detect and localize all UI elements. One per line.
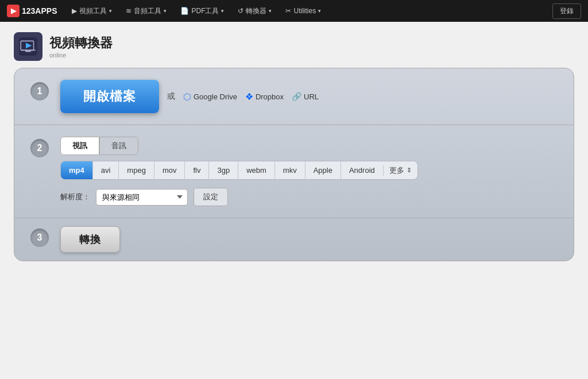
page-header: 視頻轉換器 online <box>0 22 588 68</box>
dropbox-icon: ❖ <box>245 91 253 102</box>
logo-icon: ▶ <box>7 5 20 17</box>
chevron-down-icon: ▾ <box>318 8 321 14</box>
format-flv[interactable]: flv <box>185 161 209 179</box>
chevron-down-icon: ▾ <box>269 8 272 14</box>
pdf-icon: 📄 <box>180 7 189 15</box>
main-content: 1 開啟檔案 或 ⬡ Google Drive ❖ Dropbox <box>0 68 588 275</box>
video-icon: ▶ <box>72 7 77 15</box>
app-icon <box>14 32 42 61</box>
format-avi[interactable]: avi <box>93 161 119 179</box>
step-3: 3 轉換 <box>14 218 574 261</box>
url-link[interactable]: 🔗 URL <box>292 92 319 101</box>
step-2-content: 視訊 音訊 mp4 avi mpeg mov flv 3gp webm mkv … <box>60 137 558 206</box>
format-more[interactable]: 更多 ⇕ <box>383 165 417 176</box>
settings-button[interactable]: 設定 <box>194 188 228 206</box>
converter-icon: ↺ <box>238 7 243 15</box>
google-drive-icon: ⬡ <box>183 91 191 102</box>
converter-box: 1 開啟檔案 或 ⬡ Google Drive ❖ Dropbox <box>14 68 574 261</box>
format-webm[interactable]: webm <box>238 161 275 179</box>
format-row: mp4 avi mpeg mov flv 3gp webm mkv Apple … <box>60 161 418 180</box>
app-subtitle: online <box>49 52 113 59</box>
step-3-number: 3 <box>30 229 49 247</box>
audio-icon: ≋ <box>126 7 131 15</box>
nav-converter[interactable]: ↺ 轉換器 ▾ <box>232 4 277 18</box>
resolution-label: 解析度： <box>60 192 90 202</box>
app-icon-svg <box>19 37 37 56</box>
nav-audio-tools[interactable]: ≋ 音頻工具 ▾ <box>120 4 172 18</box>
url-icon: 🔗 <box>292 92 301 101</box>
format-apple[interactable]: Apple <box>305 161 341 179</box>
nav-utilities[interactable]: ✂ Utilities ▾ <box>280 5 327 17</box>
or-text: 或 <box>167 91 175 102</box>
nav-pdf-tools[interactable]: 📄 PDF工具 ▾ <box>175 4 230 18</box>
more-label: 更多 <box>389 165 404 176</box>
format-android[interactable]: Android <box>341 161 383 179</box>
step-1: 1 開啟檔案 或 ⬡ Google Drive ❖ Dropbox <box>14 68 574 125</box>
utilities-icon: ✂ <box>285 7 291 15</box>
resolution-select[interactable]: 與來源相同 <box>96 189 188 206</box>
convert-button[interactable]: 轉換 <box>60 226 120 253</box>
step-2-number: 2 <box>30 139 49 157</box>
format-mkv[interactable]: mkv <box>275 161 305 179</box>
step-1-number: 1 <box>30 82 49 100</box>
format-mpeg[interactable]: mpeg <box>119 161 154 179</box>
app-title: 視頻轉換器 <box>49 34 113 52</box>
chevron-down-icon: ▾ <box>164 8 167 14</box>
resolution-row: 解析度： 與來源相同 設定 <box>60 188 558 206</box>
format-3gp[interactable]: 3gp <box>209 161 238 179</box>
login-button[interactable]: 登錄 <box>552 3 581 19</box>
format-mov[interactable]: mov <box>154 161 185 179</box>
navbar: ▶ 123APPS ▶ 視頻工具 ▾ ≋ 音頻工具 ▾ 📄 PDF工具 ▾ ↺ … <box>0 0 588 22</box>
google-drive-link[interactable]: ⬡ Google Drive <box>183 91 237 102</box>
format-mp4[interactable]: mp4 <box>61 161 93 179</box>
logo-text: 123APPS <box>22 6 57 16</box>
nav-video-tools[interactable]: ▶ 視頻工具 ▾ <box>66 4 118 18</box>
svg-rect-4 <box>25 50 31 52</box>
dropbox-link[interactable]: ❖ Dropbox <box>245 91 284 102</box>
logo: ▶ 123APPS <box>7 5 57 17</box>
step-2: 2 視訊 音訊 mp4 avi mpeg mov flv 3gp webm mk… <box>14 125 574 218</box>
app-title-block: 視頻轉換器 online <box>49 34 113 59</box>
open-file-button[interactable]: 開啟檔案 <box>60 80 159 113</box>
step-1-row: 開啟檔案 或 ⬡ Google Drive ❖ Dropbox 🔗 <box>60 80 558 113</box>
step-1-content: 開啟檔案 或 ⬡ Google Drive ❖ Dropbox 🔗 <box>60 80 558 113</box>
tabs-row: 視訊 音訊 <box>60 137 558 155</box>
more-arrow-icon: ⇕ <box>407 167 412 174</box>
tab-video[interactable]: 視訊 <box>60 137 99 155</box>
step-3-content: 轉換 <box>60 226 558 253</box>
cloud-links: ⬡ Google Drive ❖ Dropbox 🔗 URL <box>183 91 319 102</box>
chevron-down-icon: ▾ <box>109 8 112 14</box>
tab-audio[interactable]: 音訊 <box>99 137 138 155</box>
chevron-down-icon: ▾ <box>221 8 224 14</box>
